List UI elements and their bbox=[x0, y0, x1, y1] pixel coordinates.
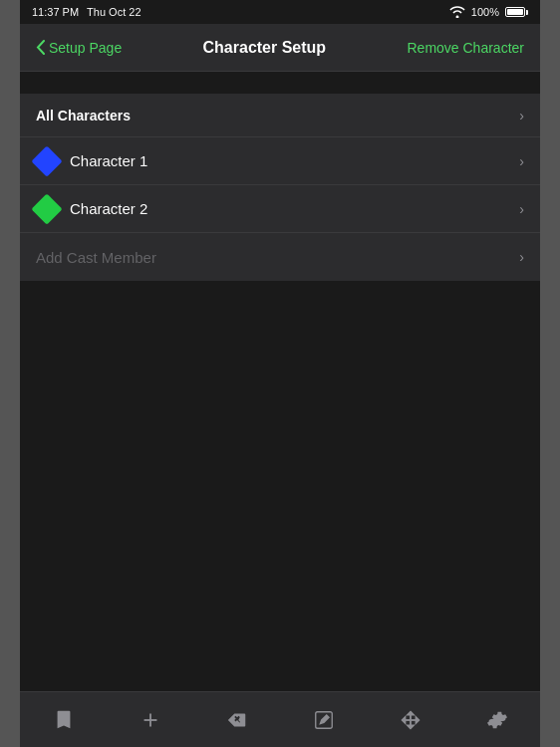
page-title: Character Setup bbox=[203, 39, 327, 57]
character-2-icon bbox=[31, 193, 62, 224]
back-label: Setup Page bbox=[49, 40, 122, 56]
all-characters-header[interactable]: All Characters › bbox=[20, 94, 540, 137]
add-cast-member-item[interactable]: Add Cast Member › bbox=[20, 233, 540, 281]
edit-icon bbox=[313, 709, 335, 731]
nav-bar: Setup Page Character Setup Remove Charac… bbox=[20, 24, 540, 72]
add-cast-member-label: Add Cast Member bbox=[36, 249, 156, 266]
character-1-chevron-icon: › bbox=[519, 153, 524, 169]
status-bar: 11:37 PM Thu Oct 22 100% bbox=[20, 0, 540, 24]
status-date: Thu Oct 22 bbox=[87, 6, 140, 18]
character-1-label: Character 1 bbox=[70, 152, 147, 169]
character-1-left: Character 1 bbox=[36, 150, 147, 172]
characters-list: Character 1 › Character 2 › Add Cast Mem… bbox=[20, 137, 540, 281]
gear-icon bbox=[486, 709, 508, 731]
battery-label: 100% bbox=[471, 6, 499, 18]
move-button[interactable] bbox=[391, 700, 430, 740]
add-cast-member-left: Add Cast Member bbox=[36, 249, 156, 266]
character-2-label: Character 2 bbox=[70, 200, 147, 217]
all-characters-chevron-icon: › bbox=[519, 108, 524, 124]
settings-button[interactable] bbox=[477, 700, 517, 740]
content-area: All Characters › Character 1 › bbox=[20, 94, 540, 747]
delete-button[interactable] bbox=[217, 700, 257, 740]
status-time: 11:37 PM bbox=[32, 6, 79, 18]
status-bar-left: 11:37 PM Thu Oct 22 bbox=[32, 6, 141, 18]
add-cast-member-chevron-icon: › bbox=[519, 249, 524, 265]
character-1-icon bbox=[31, 145, 62, 176]
character-2-left: Character 2 bbox=[36, 198, 147, 220]
inner-screen: 11:37 PM Thu Oct 22 100% bbox=[20, 0, 540, 747]
delete-icon bbox=[226, 709, 248, 731]
back-button[interactable]: Setup Page bbox=[36, 40, 122, 56]
edit-button[interactable] bbox=[304, 700, 344, 740]
remove-character-button[interactable]: Remove Character bbox=[407, 40, 524, 56]
plus-icon bbox=[140, 709, 161, 731]
status-bar-right: 100% bbox=[449, 6, 528, 18]
top-separator bbox=[20, 72, 540, 94]
move-icon bbox=[400, 709, 421, 731]
outer-frame: 11:37 PM Thu Oct 22 100% bbox=[0, 0, 560, 747]
battery-icon bbox=[505, 7, 528, 17]
wifi-icon bbox=[449, 6, 465, 18]
bookmark-button[interactable] bbox=[44, 700, 84, 740]
bookmark-icon bbox=[53, 709, 75, 731]
character-1-item[interactable]: Character 1 › bbox=[20, 137, 540, 185]
character-2-item[interactable]: Character 2 › bbox=[20, 185, 540, 233]
character-2-chevron-icon: › bbox=[519, 201, 524, 217]
all-characters-label: All Characters bbox=[36, 108, 131, 124]
back-chevron-icon bbox=[36, 40, 45, 55]
add-button[interactable] bbox=[131, 700, 170, 740]
bottom-toolbar bbox=[20, 691, 540, 747]
